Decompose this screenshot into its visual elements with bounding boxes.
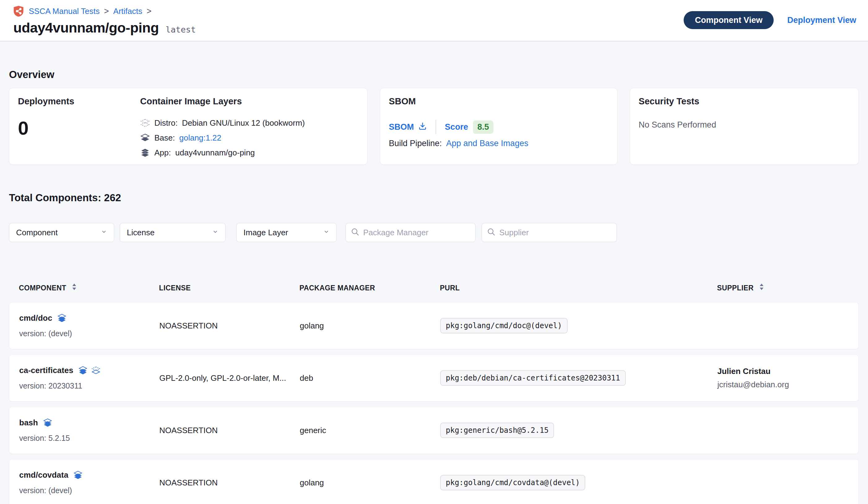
purl-chip: pkg:golang/cmd/covdata@(devel) [440, 475, 585, 490]
sbom-score-label[interactable]: Score [445, 122, 468, 132]
component-layer-icons [57, 314, 66, 323]
package-manager-value: generic [300, 426, 440, 435]
deployments-count: 0 [18, 117, 140, 139]
sbom-download-label: SBOM [389, 122, 414, 132]
license-filter-dropdown[interactable]: License [120, 223, 226, 242]
purl-cell: pkg:generic/bash@5.2.15 [440, 423, 717, 438]
base-image-link[interactable]: golang:1.22 [179, 133, 221, 143]
component-version: version: 20230311 [19, 381, 159, 390]
chevron-down-icon [323, 228, 330, 238]
app-layer-icon [57, 314, 66, 323]
component-cell: ca-certificates version: 20230311 [19, 366, 159, 390]
column-header-purl: PURL [440, 284, 717, 292]
supplier-input[interactable] [499, 228, 611, 238]
security-tests-title: Security Tests [639, 96, 850, 107]
supplier-name: Julien Cristau [717, 366, 848, 376]
total-components-heading: Total Components: 262 [9, 192, 859, 204]
view-toggle: Component View Deployment View [684, 11, 856, 29]
component-filter-label: Component [16, 228, 58, 238]
license-value: NOASSERTION [159, 426, 300, 435]
purl-chip: pkg:generic/bash@5.2.15 [440, 423, 554, 438]
chevron-down-icon [100, 228, 108, 238]
package-manager-input[interactable] [363, 228, 470, 238]
component-layer-icons [43, 419, 52, 427]
package-manager-value: golang [300, 321, 440, 331]
supplier-cell: Julien Cristau jcristau@debian.org [717, 366, 848, 390]
app-layer-icon [78, 366, 87, 375]
license-filter-label: License [127, 228, 155, 238]
component-version: version: (devel) [19, 486, 159, 495]
supplier-search [482, 223, 617, 242]
sort-icon[interactable] [72, 283, 77, 293]
container-image-layers-label: Container Image Layers [140, 96, 305, 107]
package-manager-value: deb [300, 373, 440, 383]
component-filter-dropdown[interactable]: Component [9, 223, 114, 242]
base-layers-icon [140, 133, 150, 143]
deployments-layers-card: Deployments 0 Container Image Layers Dis… [9, 88, 368, 165]
app-layer-icon [73, 471, 83, 480]
package-manager-value: golang [300, 478, 440, 487]
security-tests-status: No Scans Performed [639, 120, 850, 130]
image-layer-filter-label: Image Layer [244, 228, 288, 238]
table-row[interactable]: bash version: 5.2.15 NOASSERTION generic… [9, 407, 859, 454]
page-title: uday4vunnam/go-ping [13, 20, 159, 36]
column-label-license: LICENSE [159, 284, 190, 292]
component-view-button[interactable]: Component View [684, 11, 774, 29]
component-version: version: 5.2.15 [19, 434, 159, 443]
breadcrumb-separator: > [146, 7, 152, 16]
column-label-supplier: SUPPLIER [717, 284, 754, 292]
table-row[interactable]: cmd/covdata version: (devel) NOASSERTION… [9, 459, 859, 504]
component-name: cmd/doc [19, 313, 52, 323]
table-row[interactable]: cmd/doc version: (devel) NOASSERTION gol… [9, 302, 859, 349]
image-layer-filter-dropdown[interactable]: Image Layer [236, 223, 337, 242]
column-header-supplier[interactable]: SUPPLIER [717, 283, 849, 293]
download-icon[interactable] [418, 122, 427, 132]
column-label-component: COMPONENT [19, 284, 66, 292]
security-tests-card: Security Tests No Scans Performed [630, 88, 859, 165]
base-layer-icon [91, 366, 101, 375]
ssca-logo-icon [13, 5, 24, 17]
distro-layer-row: Distro: Debian GNU/Linux 12 (bookworm) [140, 118, 305, 128]
component-name: bash [19, 418, 38, 427]
sbom-card-title: SBOM [389, 96, 608, 107]
overview-heading: Overview [9, 69, 859, 80]
app-label: App: [154, 148, 171, 158]
sbom-download-link[interactable]: SBOM [389, 122, 427, 132]
sort-icon[interactable] [759, 283, 764, 293]
distro-value: Debian GNU/Linux 12 (bookworm) [182, 118, 305, 128]
build-pipeline-link[interactable]: App and Base Images [446, 139, 528, 148]
column-header-component[interactable]: COMPONENT [19, 283, 159, 293]
component-name: ca-certificates [19, 366, 73, 375]
base-layer-row: Base: golang:1.22 [140, 133, 305, 143]
purl-cell: pkg:golang/cmd/covdata@(devel) [440, 475, 717, 490]
overview-cards: Deployments 0 Container Image Layers Dis… [9, 88, 859, 165]
sbom-card: SBOM SBOM Score 8.5 Build [380, 88, 617, 165]
app-layers-icon [140, 148, 150, 158]
app-layer-icon [43, 419, 52, 427]
column-header-package-manager: PACKAGE MANAGER [299, 284, 440, 292]
table-row[interactable]: ca-certificates version: 20230311 GPL-2.… [9, 354, 859, 402]
sbom-score-badge: 8.5 [473, 120, 493, 134]
table-header: COMPONENT LICENSE PACKAGE MANAGER PURL S… [9, 283, 859, 293]
filters-bar: Component License Image Layer [9, 223, 859, 242]
component-name: cmd/covdata [19, 470, 68, 480]
purl-chip: pkg:golang/cmd/doc@(devel) [440, 318, 568, 333]
component-layer-icons [78, 366, 101, 375]
column-label-purl: PURL [440, 284, 460, 292]
component-layer-icons [73, 471, 83, 480]
breadcrumb-link-project[interactable]: SSCA Manual Tests [29, 7, 100, 16]
column-header-license: LICENSE [159, 284, 299, 292]
column-label-package-manager: PACKAGE MANAGER [299, 284, 375, 292]
purl-cell: pkg:deb/debian/ca-certificates@20230311 [440, 370, 717, 386]
build-pipeline-label: Build Pipeline: [389, 139, 442, 148]
base-label: Base: [154, 133, 175, 143]
app-value: uday4vunnam/go-ping [175, 148, 255, 158]
breadcrumb-link-artifacts[interactable]: Artifacts [113, 7, 142, 16]
component-cell: cmd/covdata version: (devel) [19, 470, 159, 495]
search-icon [351, 228, 360, 238]
license-value: NOASSERTION [159, 321, 300, 331]
deployment-view-link[interactable]: Deployment View [787, 16, 856, 25]
purl-cell: pkg:golang/cmd/doc@(devel) [440, 318, 717, 333]
component-version: version: (devel) [19, 329, 159, 338]
chevron-down-icon [211, 228, 219, 238]
